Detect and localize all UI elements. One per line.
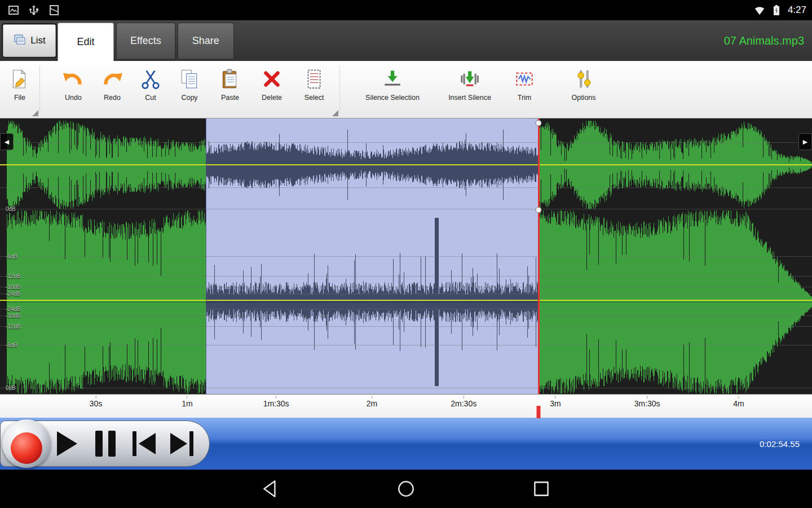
toolbar-separator	[39, 65, 40, 114]
toolbar-undo[interactable]: Undo	[63, 68, 84, 102]
silence-selection-icon	[382, 68, 403, 90]
db-label: -24dB	[6, 306, 21, 312]
timeline-label: 2m	[367, 396, 377, 408]
timeline-tick	[647, 396, 647, 398]
screen: 4:27 List EditEffectsShare 07 Animals.mp…	[0, 0, 812, 508]
tab-share[interactable]: Share	[178, 23, 234, 59]
scroll-right-button[interactable]: ▶	[798, 133, 812, 150]
playhead-pin[interactable]	[537, 406, 541, 418]
timeline-tick	[187, 396, 188, 398]
toolbar-delete[interactable]: Delete	[261, 68, 283, 102]
tab-bar: List EditEffectsShare 07 Animals.mp3	[0, 20, 812, 61]
timeline-label: 3m:30s	[634, 396, 660, 408]
timeline-tick	[738, 396, 739, 398]
toolbar-copy[interactable]: Copy	[179, 68, 200, 102]
toolbar-item-label: Paste	[221, 94, 239, 102]
timeline-label-text: 1m	[182, 399, 192, 408]
cut-icon	[140, 68, 161, 90]
redo-icon	[102, 68, 123, 90]
android-nav-bar	[0, 470, 812, 508]
tab-edit[interactable]: Edit	[58, 23, 114, 61]
db-label: 0dB	[6, 386, 16, 391]
dropdown-fold-icon[interactable]	[332, 110, 338, 116]
next-icon	[189, 431, 193, 456]
timeline-label-text: 3m	[550, 399, 561, 408]
db-label: -12dB	[6, 274, 21, 279]
pause-button[interactable]	[88, 427, 123, 461]
select-icon	[303, 68, 325, 90]
timeline-label: 30s	[90, 396, 103, 408]
timeline-label: 1m:30s	[263, 396, 289, 408]
toolbar-cut[interactable]: Cut	[140, 68, 161, 102]
toolbar-paste[interactable]: Paste	[219, 68, 241, 102]
toolbar-item-label: Cut	[145, 94, 156, 102]
dropdown-fold-icon[interactable]	[32, 110, 38, 116]
waveform-area[interactable]: 0dB-6dB-12dB-18dB-24dB-24dB-18dB-12dB-6d…	[0, 119, 812, 394]
undo-icon	[63, 68, 84, 90]
toolbar-file[interactable]: File	[9, 68, 30, 102]
toolbar-item-label: Trim	[518, 94, 532, 102]
status-left-icons	[6, 5, 60, 16]
db-label: 0dB	[6, 207, 16, 212]
timeline-label-text: 4m	[733, 399, 744, 408]
record-button[interactable]	[2, 419, 51, 468]
battery-icon	[771, 5, 782, 16]
paste-icon	[219, 68, 241, 90]
copy-icon	[179, 68, 200, 90]
status-bar: 4:27	[0, 0, 812, 20]
timeline-tick	[555, 396, 555, 398]
db-label: -18dB	[6, 284, 21, 290]
image-icon	[8, 5, 19, 16]
timeline-tick	[464, 396, 464, 398]
filename: 07 Animals.mp3	[724, 20, 804, 61]
status-time: 4:27	[788, 5, 806, 16]
timeline-label: 3m	[550, 396, 561, 408]
timeline-label-text: 1m:30s	[263, 399, 289, 408]
next-button[interactable]	[164, 427, 199, 461]
home-button[interactable]	[395, 478, 417, 500]
play-button[interactable]	[50, 427, 85, 461]
tabs: EditEffectsShare	[58, 23, 236, 61]
toolbar-insert-silence[interactable]: Insert Silence	[448, 68, 491, 102]
status-right: 4:27	[754, 5, 806, 16]
tab-effects[interactable]: Effects	[116, 23, 175, 59]
waveform-canvas[interactable]	[0, 119, 812, 394]
toolbar-item-label: File	[14, 94, 25, 102]
db-label: -12dB	[6, 324, 21, 330]
wifi-icon	[754, 5, 765, 16]
screenshot-icon	[48, 5, 60, 16]
toolbar-trim[interactable]: Trim	[514, 68, 535, 102]
timeline-tick	[372, 396, 372, 398]
previous-icon	[139, 433, 156, 454]
toolbar-item-label: Redo	[104, 94, 121, 102]
toolbar-item-label: Insert Silence	[448, 94, 491, 102]
timeline-tick	[95, 396, 96, 398]
delete-icon	[261, 68, 283, 90]
toolbar-silence-selection[interactable]: Silence Selection	[365, 68, 420, 102]
timeline-label: 2m:30s	[451, 396, 476, 408]
scroll-left-button[interactable]: ◀	[0, 133, 14, 150]
toolbar-item-label: Undo	[65, 94, 82, 102]
list-icon	[13, 33, 27, 49]
options-icon	[573, 68, 594, 90]
recents-button[interactable]	[531, 478, 552, 500]
timeline-label-text: 3m:30s	[634, 399, 660, 408]
timeline-ruler[interactable]: 30s1m1m:30s2m2m:30s3m3m:30s4m	[0, 394, 812, 418]
toolbar-select[interactable]: Select	[303, 68, 325, 102]
pause-icon	[108, 431, 116, 457]
previous-button[interactable]	[126, 427, 161, 461]
db-label: -18dB	[6, 313, 21, 319]
playback-time: 0:02:54.55	[760, 418, 800, 470]
timeline-label: 1m	[182, 396, 192, 408]
back-button[interactable]	[260, 478, 281, 500]
toolbar-options[interactable]: Options	[571, 68, 595, 102]
trim-icon	[514, 68, 535, 90]
toolbar: FileUndoRedoCutCopyPasteDeleteSelectSile…	[0, 61, 812, 119]
timeline-label: 4m	[733, 396, 744, 408]
list-button[interactable]: List	[3, 24, 56, 57]
toolbar-redo[interactable]: Redo	[102, 68, 123, 102]
transport-bar: 0:02:54.55	[0, 418, 812, 470]
toolbar-item-label: Delete	[262, 94, 282, 102]
pause-icon	[95, 431, 103, 457]
play-icon	[57, 431, 77, 456]
